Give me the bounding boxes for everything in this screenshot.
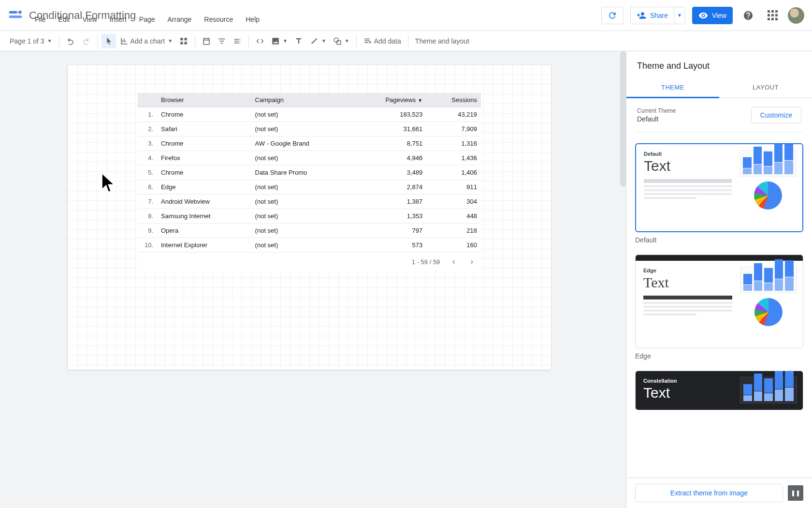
menu-insert[interactable]: Insert [104, 14, 132, 25]
table-row[interactable]: 10.Internet Explorer(not set)573160 [138, 238, 481, 253]
svg-rect-3 [180, 38, 183, 40]
theme-card-edge[interactable]: Edge Text [635, 254, 803, 348]
filter-control-button[interactable] [215, 34, 229, 48]
add-chart-button[interactable]: Add a chart ▼ [117, 34, 176, 48]
table-row[interactable]: 9.Opera(not set)797218 [138, 224, 481, 238]
col-pageviews[interactable]: Pageviews▼ [353, 93, 426, 107]
cell-campaign: (not set) [251, 224, 353, 238]
selection-tool[interactable] [102, 34, 116, 48]
cell-sessions: 911 [426, 180, 481, 194]
cell-campaign: Data Share Promo [251, 165, 353, 180]
refresh-button[interactable] [601, 7, 624, 24]
theme-preview-name: Default [644, 151, 732, 157]
menu-page[interactable]: Page [133, 14, 161, 25]
table-row[interactable]: 8.Samsung Internet(not set)1,353448 [138, 209, 481, 224]
svg-rect-1 [9, 15, 22, 18]
cell-index: 3. [138, 136, 157, 151]
apps-grid-button[interactable] [764, 7, 781, 24]
cursor-icon [104, 37, 113, 45]
menu-help[interactable]: Help [240, 14, 265, 25]
menu-file[interactable]: File [29, 14, 52, 25]
tab-layout[interactable]: LAYOUT [719, 78, 812, 98]
preview-line [644, 185, 732, 187]
share-dropdown-button[interactable]: ▼ [674, 7, 685, 24]
text-icon [294, 37, 303, 45]
preview-line [644, 193, 732, 195]
svg-rect-4 [185, 38, 187, 40]
customize-button[interactable]: Customize [751, 107, 801, 123]
scrollbar[interactable] [620, 51, 626, 187]
table-row[interactable]: 1.Chrome(not set)183,52343,219 [138, 107, 481, 122]
date-range-button[interactable] [199, 34, 214, 48]
svg-rect-6 [185, 42, 187, 44]
cell-sessions: 7,909 [426, 122, 481, 136]
help-button[interactable] [740, 7, 757, 24]
cell-pageviews: 2,874 [353, 180, 426, 194]
chevron-down-icon: ▼ [677, 13, 682, 18]
table-row[interactable]: 4.Firefox(not set)4,9461,436 [138, 151, 481, 165]
table-row[interactable]: 2.Safari(not set)31,6617,909 [138, 122, 481, 136]
theme-layout-button[interactable]: Theme and layout [412, 34, 472, 48]
theme-card-constellation[interactable]: Constellation Text [635, 371, 803, 410]
menu-resource[interactable]: Resource [198, 14, 239, 25]
share-button[interactable]: Share [630, 7, 674, 24]
app-logo[interactable] [8, 8, 23, 23]
extract-theme-row: Extract theme from image ❚❚ [626, 478, 812, 508]
cell-index: 1. [138, 107, 157, 122]
community-viz-button[interactable] [176, 34, 191, 48]
col-index[interactable] [138, 93, 157, 107]
col-sessions[interactable]: Sessions [426, 93, 481, 107]
table-row[interactable]: 3.ChromeAW - Google Brand8,7511,316 [138, 136, 481, 151]
col-browser[interactable]: Browser [157, 93, 251, 107]
table-row[interactable]: 6.Edge(not set)2,874911 [138, 180, 481, 194]
image-button[interactable]: ▼ [268, 34, 290, 48]
filter-icon [218, 37, 226, 45]
theme-caption-default: Default [635, 236, 803, 244]
menu-edit[interactable]: Edit [53, 14, 76, 25]
pager-next-button[interactable]: › [468, 256, 476, 267]
chevron-down-icon: ▼ [283, 38, 288, 44]
cell-browser: Chrome [157, 165, 251, 180]
menu-view[interactable]: View [77, 14, 103, 25]
canvas-area[interactable]: Browser Campaign Pageviews▼ Sessions 1.C… [0, 51, 626, 508]
theme-layout-label: Theme and layout [415, 37, 469, 45]
cell-sessions: 1,406 [426, 165, 481, 180]
preview-line [643, 302, 732, 304]
toolbar: Page 1 of 3 ▼ Add a chart ▼ ▼ ▼ ▼ Add da… [0, 31, 812, 51]
account-avatar[interactable] [788, 7, 804, 24]
sort-desc-icon: ▼ [418, 98, 422, 103]
menu-arrange[interactable]: Arrange [162, 14, 198, 25]
code-icon [256, 37, 264, 45]
theme-card-default[interactable]: Default Text [635, 143, 803, 232]
cell-browser: Firefox [157, 151, 251, 165]
pager-prev-button[interactable]: ‹ [450, 256, 458, 267]
cell-pageviews: 1,387 [353, 194, 426, 209]
page-selector[interactable]: Page 1 of 3 ▼ [7, 34, 55, 48]
undo-button[interactable] [63, 34, 78, 48]
sidebar-tabs: THEME LAYOUT [626, 78, 812, 98]
table-row[interactable]: 5.ChromeData Share Promo3,4891,406 [138, 165, 481, 180]
data-table-chart[interactable]: Browser Campaign Pageviews▼ Sessions 1.C… [138, 93, 481, 271]
text-button[interactable] [291, 34, 306, 48]
chevron-down-icon: ▼ [47, 38, 52, 44]
cell-sessions: 448 [426, 209, 481, 224]
cell-pageviews: 183,523 [353, 107, 426, 122]
add-data-button[interactable]: Add data [361, 34, 404, 48]
line-button[interactable]: ▼ [307, 34, 329, 48]
table-row[interactable]: 7.Android Webview(not set)1,387304 [138, 194, 481, 209]
pause-icon[interactable]: ❚❚ [788, 485, 803, 501]
view-button[interactable]: View [692, 7, 733, 24]
svg-rect-0 [9, 11, 17, 13]
cell-index: 2. [138, 122, 157, 136]
url-embed-button[interactable] [253, 34, 267, 48]
chevron-down-icon: ▼ [321, 38, 326, 44]
shape-button[interactable]: ▼ [330, 34, 352, 48]
report-canvas[interactable]: Browser Campaign Pageviews▼ Sessions 1.C… [68, 65, 551, 370]
data-control-button[interactable] [230, 34, 245, 48]
tab-theme[interactable]: THEME [626, 78, 719, 98]
preview-pie-chart [754, 181, 782, 209]
preview-line [643, 310, 732, 312]
extract-theme-button[interactable]: Extract theme from image [635, 484, 783, 502]
redo-button[interactable] [79, 34, 93, 48]
col-campaign[interactable]: Campaign [251, 93, 353, 107]
